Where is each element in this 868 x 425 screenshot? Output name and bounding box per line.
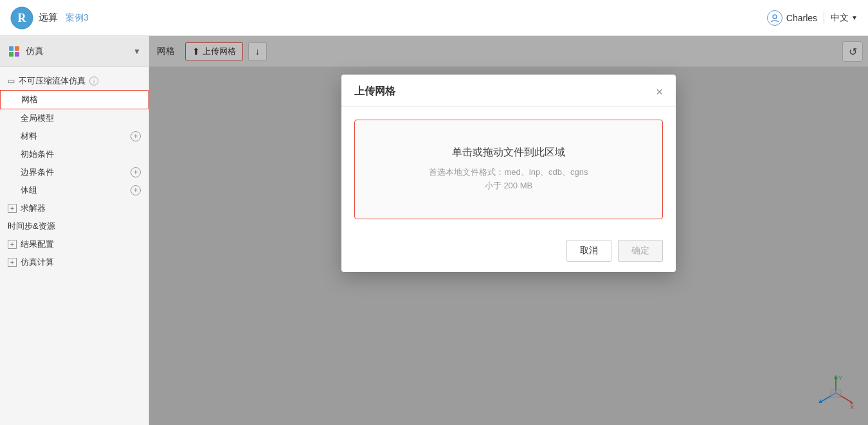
sidebar-item-global-model[interactable]: 全局模型 [0, 109, 149, 127]
svg-rect-4 [15, 46, 19, 51]
svg-point-2 [773, 15, 777, 19]
upload-dropzone[interactable]: 单击或拖动文件到此区域 首选本地文件格式：med、inp、cdb、cgns 小于… [354, 120, 663, 219]
user-name: Charles [786, 13, 817, 23]
header: R 远算 案例3 Charles 中文 ▼ [0, 0, 868, 36]
modal-body: 单击或拖动文件到此区域 首选本地文件格式：med、inp、cdb、cgns 小于… [341, 107, 676, 232]
svg-rect-5 [9, 52, 14, 57]
upload-modal: 上传网格 × 单击或拖动文件到此区域 首选本地文件格式：med、inp、cdb、… [341, 75, 676, 272]
modal-close-button[interactable]: × [656, 86, 663, 98]
user-area[interactable]: Charles [767, 10, 817, 26]
initial-conditions-label: 初始条件 [21, 149, 54, 160]
svg-rect-6 [15, 52, 19, 57]
tree-group-incompressible: ▭ 不可压缩流体仿真 i [0, 72, 149, 90]
material-add-icon[interactable]: + [131, 131, 141, 141]
upload-size-hint: 小于 200 MB [485, 181, 532, 190]
module-icon [8, 45, 21, 58]
sidebar-item-volume-group[interactable]: 体组 + [0, 181, 149, 199]
header-right: Charles 中文 ▼ [767, 10, 858, 26]
sidebar-tree: ▭ 不可压缩流体仿真 i 网格 全局模型 材料 + 初始条件 [0, 67, 149, 276]
material-label: 材料 [21, 131, 37, 142]
mesh-label: 网格 [21, 94, 38, 105]
result-config-expand-icon: + [8, 240, 17, 249]
group-label: 不可压缩流体仿真 [19, 75, 86, 87]
sim-calc-label: 仿真计算 [21, 257, 54, 268]
cancel-button[interactable]: 取消 [566, 240, 611, 262]
collapse-icon: ▭ [8, 77, 15, 86]
module-label: 仿真 [26, 46, 128, 57]
svg-rect-3 [9, 46, 14, 51]
timestep-label: 时间步&资源 [8, 221, 55, 232]
modal-header: 上传网格 × [341, 75, 676, 107]
sidebar-item-solver[interactable]: + 求解器 [0, 199, 149, 217]
logo-text: 远算 [39, 12, 58, 24]
project-name: 案例3 [66, 12, 89, 24]
boundary-add-icon[interactable]: + [131, 167, 141, 177]
modal-footer: 取消 确定 [341, 232, 676, 272]
upload-zone-title: 单击或拖动文件到此区域 [368, 146, 649, 159]
solver-label: 求解器 [21, 203, 46, 214]
sidebar-item-material[interactable]: 材料 + [0, 127, 149, 145]
logo-area: R 远算 案例3 [10, 6, 89, 30]
svg-text:R: R [18, 12, 27, 24]
sidebar-item-mesh[interactable]: 网格 [0, 90, 149, 109]
info-icon[interactable]: i [89, 77, 98, 86]
modal-overlay: 上传网格 × 单击或拖动文件到此区域 首选本地文件格式：med、inp、cdb、… [149, 36, 868, 425]
solver-expand-icon: + [8, 204, 17, 213]
sidebar: 仿真 ▼ ▭ 不可压缩流体仿真 i 网格 全局模型 材料 + [0, 36, 149, 425]
sim-calc-expand-icon: + [8, 258, 17, 267]
module-arrow-icon: ▼ [133, 47, 141, 56]
chevron-down-icon: ▼ [851, 14, 858, 21]
sidebar-item-timestep[interactable]: 时间步&资源 [0, 217, 149, 235]
user-icon [767, 10, 782, 26]
sidebar-item-initial-conditions[interactable]: 初始条件 [0, 145, 149, 163]
main-layout: 仿真 ▼ ▭ 不可压缩流体仿真 i 网格 全局模型 材料 + [0, 36, 868, 425]
content-area: 网格 ⬆ 上传网格 ↓ ↺ Y [149, 36, 868, 425]
sidebar-header[interactable]: 仿真 ▼ [0, 36, 149, 67]
volume-add-icon[interactable]: + [131, 185, 141, 195]
language-selector[interactable]: 中文 ▼ [831, 12, 858, 24]
language-label: 中文 [831, 12, 849, 24]
upload-zone-subtitle: 首选本地文件格式：med、inp、cdb、cgns 小于 200 MB [368, 166, 649, 193]
sidebar-item-sim-calc[interactable]: + 仿真计算 [0, 253, 149, 271]
result-config-label: 结果配置 [21, 239, 54, 250]
header-divider [824, 12, 824, 24]
volume-group-label: 体组 [21, 185, 37, 196]
global-model-label: 全局模型 [21, 113, 54, 124]
boundary-conditions-label: 边界条件 [21, 167, 54, 178]
sidebar-item-result-config[interactable]: + 结果配置 [0, 235, 149, 253]
logo-icon: R [10, 6, 33, 30]
confirm-button[interactable]: 确定 [618, 240, 663, 262]
modal-title: 上传网格 [354, 85, 395, 98]
sidebar-item-boundary-conditions[interactable]: 边界条件 + [0, 163, 149, 181]
upload-format-hint: 首选本地文件格式：med、inp、cdb、cgns [429, 167, 588, 177]
